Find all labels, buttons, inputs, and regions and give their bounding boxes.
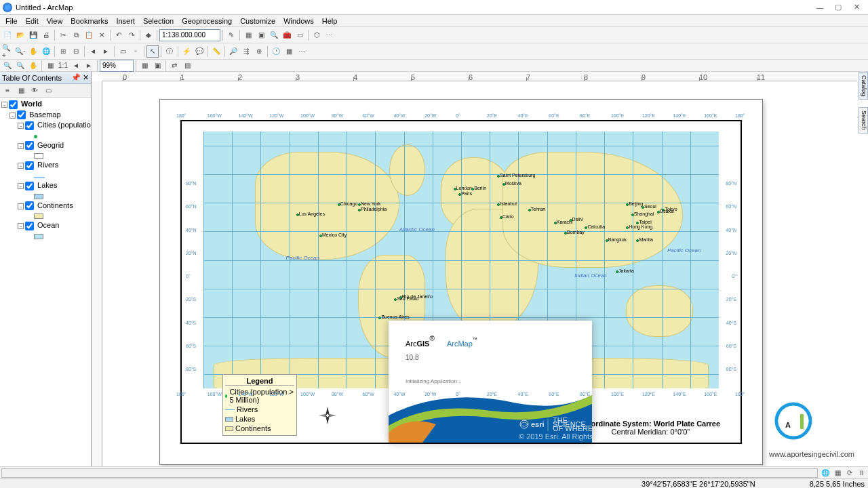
toolbox-icon[interactable]: 🧰 [281, 29, 293, 41]
clear-selection-icon[interactable]: ▫ [130, 45, 142, 58]
list-drawing-order-icon[interactable]: ≡ [1, 85, 14, 97]
more-icon[interactable]: ⋯ [323, 29, 336, 41]
search-tab[interactable]: Search [859, 107, 868, 134]
toggle-draft-icon[interactable]: ▦ [138, 60, 151, 72]
layout-pan-icon[interactable]: ✋ [27, 60, 39, 72]
time-slider-icon[interactable]: 🕐 [270, 45, 282, 58]
layout-zoom-out-icon[interactable]: 🔍 [14, 60, 26, 72]
print-icon[interactable]: 🖨 [40, 29, 52, 41]
catalog-icon[interactable]: ▣ [255, 29, 267, 41]
focus-data-frame-icon[interactable]: ▣ [151, 60, 163, 72]
city-label: Paris [461, 191, 472, 196]
layout-view-icon[interactable]: ▦ [831, 467, 844, 479]
open-icon[interactable]: 📂 [14, 29, 26, 41]
menu-windows[interactable]: Windows [279, 16, 318, 26]
layer-lakes[interactable]: - Lakes [1, 180, 90, 191]
fixed-zoom-in-icon[interactable]: ⊞ [57, 45, 69, 58]
layer-cities-population-5[interactable]: - Cities (population > 5 [1, 120, 90, 131]
layer-ocean[interactable]: - Ocean [1, 220, 90, 231]
html-popup-icon[interactable]: 💬 [193, 45, 205, 58]
paste-icon[interactable]: 📋 [83, 29, 95, 41]
delete-icon[interactable]: ✕ [96, 29, 108, 41]
layout-page[interactable]: Pacific OceanAtlantic OceanIndian OceanP… [159, 99, 763, 465]
undo-icon[interactable]: ↶ [113, 29, 125, 41]
table-of-contents-panel: Table Of Contents 📌 ✕ ≡ ▦ 👁 ▭ - World- B… [0, 72, 92, 479]
data-frame[interactable]: Pacific OceanAtlantic OceanIndian OceanP… [180, 120, 742, 444]
zoom-whole-page-icon[interactable]: ▦ [44, 60, 56, 72]
zoom-out-icon[interactable]: 🔍- [14, 45, 26, 58]
layout-view[interactable]: 01234567891011 Pacific OceanAtlantic Oce… [92, 72, 868, 479]
horizontal-scrollbar[interactable] [1, 468, 818, 478]
add-data-icon[interactable]: ◆ [142, 29, 155, 41]
goto-xy-icon[interactable]: ⊕ [253, 45, 265, 58]
data-view-icon[interactable]: 🌐 [819, 467, 831, 479]
toc-pin-icon[interactable]: 📌 [71, 73, 81, 82]
menu-selection[interactable]: Selection [139, 16, 178, 26]
layout-back-icon[interactable]: ◄ [70, 60, 82, 72]
find-icon[interactable]: 🔎 [227, 45, 239, 58]
layer-basemap[interactable]: - Basemap [1, 110, 90, 121]
pan-icon[interactable]: ✋ [27, 45, 39, 58]
city-label: Calcutta [587, 224, 605, 229]
close-button[interactable]: ✕ [848, 1, 865, 14]
layer-geogrid[interactable]: - Geogrid [1, 140, 90, 151]
save-icon[interactable]: 💾 [27, 29, 39, 41]
data-driven-icon[interactable]: ▤ [181, 60, 193, 72]
python-icon[interactable]: ▭ [294, 29, 306, 41]
cut-icon[interactable]: ✂ [57, 29, 69, 41]
refresh-icon[interactable]: ⟳ [844, 467, 856, 479]
change-layout-icon[interactable]: ⇄ [168, 60, 180, 72]
select-element-icon[interactable]: ↖ [146, 45, 159, 58]
hyperlink-icon[interactable]: ⚡ [180, 45, 193, 58]
city-label: Cairo [502, 214, 514, 219]
toc-icon[interactable]: ▦ [242, 29, 254, 41]
pause-icon[interactable]: ⏸ [856, 467, 868, 479]
toc-close-icon[interactable]: ✕ [83, 73, 89, 82]
menu-bookmarks[interactable]: Bookmarks [66, 16, 112, 26]
list-visibility-icon[interactable]: 👁 [28, 85, 41, 97]
splash-version: 10.8 [406, 354, 575, 361]
map-scale-input[interactable] [159, 29, 220, 41]
layout-zoom-in-icon[interactable]: 🔍 [1, 60, 14, 72]
identify-icon[interactable]: ⓘ [163, 45, 176, 58]
layout-fwd-icon[interactable]: ► [83, 60, 95, 72]
city-label: Istanbul [500, 201, 517, 206]
menu-geoprocessing[interactable]: Geoprocessing [178, 16, 236, 26]
maximize-button[interactable]: ▢ [829, 1, 847, 14]
search-icon[interactable]: 🔍 [268, 29, 280, 41]
list-selection-icon[interactable]: ▭ [42, 85, 54, 97]
redo-icon[interactable]: ↷ [125, 29, 138, 41]
select-features-icon[interactable]: ▭ [117, 45, 129, 58]
menu-view[interactable]: View [43, 16, 67, 26]
create-viewer-icon[interactable]: ▦ [283, 45, 295, 58]
menu-help[interactable]: Help [318, 16, 342, 26]
fixed-zoom-out-icon[interactable]: ⊟ [70, 45, 82, 58]
copy-icon[interactable]: ⧉ [70, 29, 82, 41]
layer-swatch [1, 171, 90, 180]
fwd-extent-icon[interactable]: ► [100, 45, 112, 58]
minimize-button[interactable]: ― [811, 1, 829, 14]
city-label: Beijing [629, 201, 643, 206]
find-route-icon[interactable]: ⇶ [240, 45, 252, 58]
city-label: Mexico City [322, 232, 347, 237]
toc-tree[interactable]: - World- Basemap- Cities (population > 5… [0, 98, 91, 479]
layer-world[interactable]: - World [1, 99, 90, 110]
menu-file[interactable]: File [1, 16, 22, 26]
menu-insert[interactable]: Insert [112, 16, 139, 26]
more2-icon[interactable]: ⋯ [296, 45, 308, 58]
zoom-100-icon[interactable]: 1:1 [57, 60, 69, 72]
model-icon[interactable]: ⬡ [311, 29, 323, 41]
layout-zoom-input[interactable] [100, 60, 134, 72]
zoom-in-icon[interactable]: 🔍+ [1, 45, 14, 58]
new-icon[interactable]: 📄 [1, 29, 14, 41]
menu-customize[interactable]: Customize [236, 16, 279, 26]
list-source-icon[interactable]: ▦ [15, 85, 27, 97]
menu-edit[interactable]: Edit [22, 16, 43, 26]
catalog-tab[interactable]: Catalog [859, 72, 868, 100]
layer-continents[interactable]: - Continents [1, 201, 90, 211]
layer-rivers[interactable]: - Rivers [1, 160, 90, 171]
full-extent-icon[interactable]: 🌐 [40, 45, 52, 58]
editor-icon[interactable]: ✎ [225, 29, 237, 41]
back-extent-icon[interactable]: ◄ [87, 45, 99, 58]
measure-icon[interactable]: 📏 [210, 45, 222, 58]
